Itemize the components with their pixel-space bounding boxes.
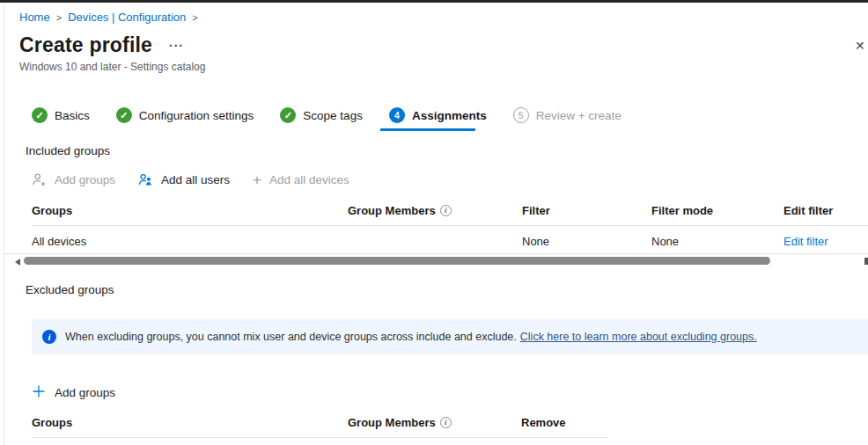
breadcrumb-home-link[interactable]: Home xyxy=(19,11,50,24)
excluded-table-header-divider xyxy=(32,437,607,438)
breadcrumb-separator: > xyxy=(192,12,197,23)
info-icon: i xyxy=(42,330,56,344)
step-number-badge: 5 xyxy=(513,107,529,123)
person-add-icon xyxy=(32,172,47,187)
filter-cell: None xyxy=(522,235,549,248)
scrollbar-right-arrow-icon[interactable] xyxy=(864,258,868,265)
step-label: Scope tags xyxy=(303,109,363,122)
included-groups-heading: Included groups xyxy=(26,144,110,157)
included-col-groups: Groups xyxy=(32,204,72,217)
close-icon[interactable]: ✕ xyxy=(855,39,865,53)
active-tab-underline xyxy=(380,128,475,131)
plus-icon xyxy=(32,384,46,401)
info-icon[interactable]: i xyxy=(440,417,452,428)
excluded-groups-heading: Excluded groups xyxy=(26,283,114,296)
excluded-add-groups-button[interactable]: Add groups xyxy=(32,384,115,401)
excluded-col-group-members: Group Members i xyxy=(348,416,452,429)
breadcrumb: Home > Devices | Configuration > xyxy=(19,11,198,24)
group-members-label: Group Members xyxy=(348,204,436,217)
info-icon[interactable]: i xyxy=(440,205,452,216)
add-all-users-button[interactable]: Add all users xyxy=(138,172,230,187)
included-col-edit-filter: Edit filter xyxy=(783,204,833,217)
step-label: Configuration settings xyxy=(139,109,254,122)
edit-filter-link[interactable]: Edit filter xyxy=(783,235,828,248)
step-scope-tags[interactable]: ✓ Scope tags xyxy=(280,107,363,123)
page-subtitle: Windows 10 and later - Settings catalog xyxy=(19,61,205,73)
step-label: Review + create xyxy=(536,109,622,122)
step-assignments[interactable]: 4 Assignments xyxy=(389,107,487,123)
info-banner: i When excluding groups, you cannot mix … xyxy=(32,319,868,354)
group-cell-all-devices: All devices xyxy=(32,235,86,248)
plus-icon: + xyxy=(253,172,261,187)
banner-text: When excluding groups, you cannot mix us… xyxy=(65,331,517,343)
group-members-label: Group Members xyxy=(348,416,436,429)
included-col-filter-mode: Filter mode xyxy=(651,204,713,217)
included-groups-command-bar: Add groups Add all users + Add all devic… xyxy=(32,172,349,187)
people-icon xyxy=(138,172,153,187)
step-complete-check-icon: ✓ xyxy=(280,107,296,123)
step-label: Assignments xyxy=(412,109,487,122)
wizard-steps: ✓ Basics ✓ Configuration settings ✓ Scop… xyxy=(32,107,622,123)
banner-learn-more-link[interactable]: Click here to learn more about excluding… xyxy=(520,331,757,343)
horizontal-scrollbar-thumb[interactable] xyxy=(24,257,770,265)
excluded-add-groups-label: Add groups xyxy=(55,386,115,399)
step-review-create: 5 Review + create xyxy=(513,107,622,123)
create-profile-pane: Home > Devices | Configuration > Create … xyxy=(0,0,868,445)
add-all-devices-label: Add all devices xyxy=(269,173,349,186)
table-header-divider xyxy=(32,225,868,226)
breadcrumb-devices-configuration-link[interactable]: Devices | Configuration xyxy=(68,11,186,24)
included-col-group-members: Group Members i xyxy=(348,204,452,217)
step-complete-check-icon: ✓ xyxy=(116,107,132,123)
add-all-users-label: Add all users xyxy=(161,173,230,186)
table-bottom-divider xyxy=(4,253,868,254)
add-all-devices-button: + Add all devices xyxy=(253,172,349,187)
step-configuration-settings[interactable]: ✓ Configuration settings xyxy=(116,107,254,123)
add-groups-button: Add groups xyxy=(32,172,115,187)
step-number-badge: 4 xyxy=(389,107,405,123)
breadcrumb-separator: > xyxy=(56,12,62,23)
page-title: Create profile xyxy=(19,33,152,57)
included-col-filter: Filter xyxy=(522,204,550,217)
filter-mode-cell: None xyxy=(651,235,679,248)
step-basics[interactable]: ✓ Basics xyxy=(32,107,90,123)
top-window-bar xyxy=(0,0,868,3)
step-complete-check-icon: ✓ xyxy=(32,107,48,123)
context-menu-ellipsis-icon[interactable]: ··· xyxy=(169,39,184,53)
step-label: Basics xyxy=(55,109,90,122)
excluded-col-remove: Remove xyxy=(521,416,566,429)
excluded-col-groups: Groups xyxy=(32,416,72,429)
scrollbar-left-arrow-icon[interactable] xyxy=(15,259,20,266)
pane-left-border xyxy=(4,3,4,445)
add-groups-label: Add groups xyxy=(55,173,115,186)
